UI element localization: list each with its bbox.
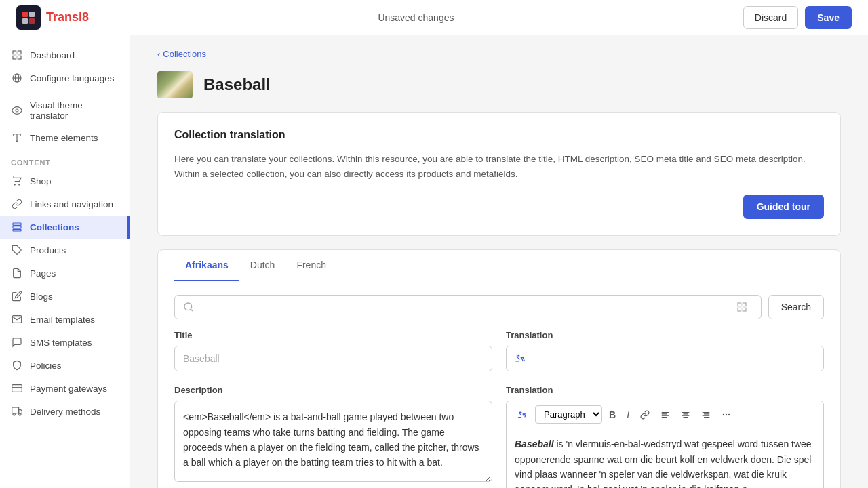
sidebar-item-email-templates[interactable]: Email templates [0,308,130,331]
sidebar-item-policies[interactable]: Policies [0,354,130,377]
description-textarea[interactable]: <em>Baseball</em> is a bat-and-ball game… [174,401,492,482]
mail-icon [11,313,23,325]
sidebar-item-dashboard[interactable]: Dashboard [0,43,130,66]
sidebar-label-collections: Collections [30,222,79,232]
tab-afrikaans[interactable]: Afrikaans [174,250,239,281]
sidebar-label-dashboard: Dashboard [30,50,75,60]
collection-thumbnail [157,71,193,98]
topbar: Transl8 Unsaved changes Discard Save [0,0,868,35]
svg-marker-23 [19,409,22,413]
sidebar-label-policies: Policies [30,361,62,371]
svg-rect-20 [12,385,22,392]
sidebar-item-shop[interactable]: Shop [0,169,130,192]
collection-thumbnail-image [157,71,193,98]
sidebar-item-sms-templates[interactable]: SMS templates [0,331,130,354]
editor-translate-icon [512,406,532,424]
sidebar-item-blogs[interactable]: Blogs [0,285,130,308]
sidebar-item-links-navigation[interactable]: Links and navigation [0,192,130,216]
translation-editor: Paragraph B I [506,401,824,488]
align-center-button[interactable] [677,407,694,422]
align-left-button[interactable] [656,407,674,422]
sidebar-item-pages[interactable]: Pages [0,262,130,285]
sidebar-item-delivery-methods[interactable]: Delivery methods [0,400,130,423]
sidebar-item-products[interactable]: Products [0,239,130,262]
italic-button[interactable]: I [623,407,633,423]
editor-toolbar: Paragraph B I [507,401,823,428]
align-right-button[interactable] [697,407,715,422]
svg-point-45 [723,414,724,415]
more-options-button[interactable] [717,407,735,422]
bold-button[interactable]: B [605,407,620,423]
svg-rect-3 [29,18,35,24]
sidebar-label-email-templates: Email templates [30,314,95,325]
description-label: Description [174,385,492,395]
truck-icon [11,405,23,418]
title-input[interactable] [174,346,492,371]
credit-card-icon [11,382,23,394]
collection-title: Baseball [203,75,271,94]
svg-rect-28 [738,303,741,306]
paragraph-select[interactable]: Paragraph [535,405,602,424]
sidebar-section-content: CONTENT [0,149,130,169]
search-row: Search [158,281,840,330]
globe-icon [11,72,23,84]
svg-point-25 [19,413,21,415]
sidebar-label-sms-templates: SMS templates [30,338,92,348]
search-button[interactable]: Search [768,295,824,319]
discard-button[interactable]: Discard [743,6,798,29]
svg-point-47 [728,414,730,415]
tab-french[interactable]: French [285,250,337,281]
shield-icon [11,359,23,371]
guided-tour-button[interactable]: Guided tour [743,195,824,219]
save-button[interactable]: Save [805,6,852,29]
title-translation-input[interactable]: bofbal [534,346,823,371]
title-translation-wrap: bofbal [506,346,824,371]
svg-rect-29 [743,303,746,306]
svg-rect-6 [13,56,16,59]
collections-icon [11,221,23,233]
grid-view-icon[interactable] [731,302,753,312]
description-field-row: Description <em>Baseball</em> is a bat-a… [174,385,824,488]
sidebar-label-pages: Pages [30,268,56,279]
translation-card: Afrikaans Dutch French Search [157,249,841,488]
card-title: Collection translation [174,129,824,141]
sidebar-item-collections[interactable]: Collections [0,216,130,239]
editor-content[interactable]: Baseball is 'n vlermuis-en-bal-wedstryd … [507,428,823,488]
sidebar-label-links-navigation: Links and navigation [30,199,113,209]
svg-point-24 [13,413,15,415]
breadcrumb-link[interactable]: ‹ Collections [157,49,841,59]
svg-rect-16 [13,223,21,225]
title-translation-col: Translation bofbal [506,330,824,371]
svg-point-14 [14,184,15,185]
search-input[interactable] [199,296,731,319]
search-input-wrap[interactable] [174,295,762,319]
layout: Dashboard Configure languages Visual the… [0,35,868,488]
svg-rect-0 [22,12,28,17]
sidebar-item-theme-elements[interactable]: Theme elements [0,126,130,149]
logo-icon [16,5,41,30]
sidebar-item-configure-languages[interactable]: Configure languages [0,66,130,89]
type-icon [11,131,23,144]
fields-area: Title Translation bofbal [158,330,840,488]
shop-icon [11,175,23,187]
svg-rect-22 [12,407,19,413]
file-icon [11,267,23,279]
sidebar-label-shop: Shop [30,176,52,186]
sidebar-label-delivery-methods: Delivery methods [30,407,100,417]
sidebar: Dashboard Configure languages Visual the… [0,35,130,488]
unsaved-status: Unsaved changes [378,12,454,23]
sidebar-item-payment-gateways[interactable]: Payment gateways [0,377,130,400]
svg-point-46 [726,414,727,415]
title-translation-label: Translation [506,330,824,340]
sidebar-item-visual-theme-translator[interactable]: Visual theme translator [0,95,130,126]
grid-icon [11,49,23,61]
translate-icon [507,346,534,371]
tag-icon [11,244,23,256]
link-button[interactable] [636,407,654,422]
svg-line-27 [191,309,193,311]
collection-translation-card: Collection translation Here you can tran… [157,112,841,236]
collection-header: Baseball [130,66,868,112]
svg-rect-18 [13,229,21,231]
tab-dutch[interactable]: Dutch [239,250,286,281]
sidebar-label-visual-theme-translator: Visual theme translator [30,100,119,121]
